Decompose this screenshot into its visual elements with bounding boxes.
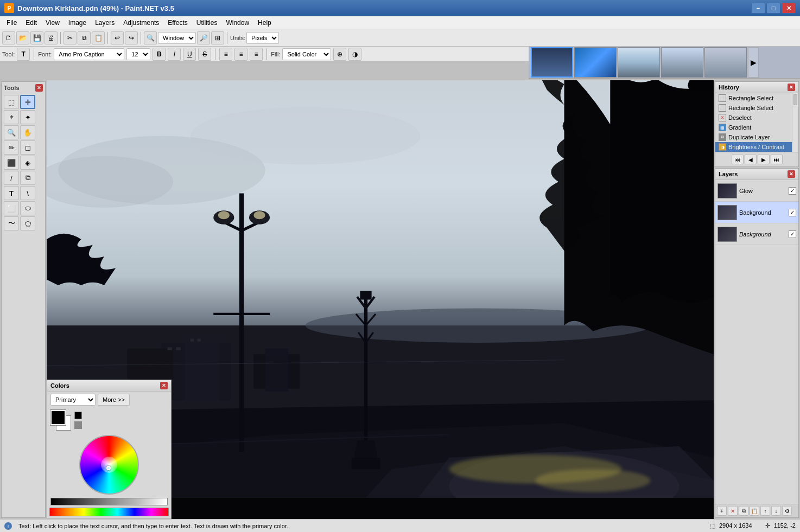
menu-effects[interactable]: Effects [163, 18, 192, 28]
menu-help[interactable]: Help [253, 18, 276, 28]
layer-item-base[interactable]: Background ✓ [715, 223, 798, 245]
layer-visible-glow[interactable]: ✓ [789, 187, 796, 195]
layer-item-glow[interactable]: Glow ✓ [715, 180, 798, 202]
tb-new[interactable]: 🗋 [2, 31, 15, 44]
color-palette-bar[interactable] [49, 508, 169, 516]
close-button[interactable]: ✕ [782, 3, 796, 14]
italic-btn[interactable]: I [168, 48, 181, 61]
tb-zoom-out[interactable]: 🔍 [144, 31, 157, 44]
layer-properties-btn[interactable]: ⚙ [782, 506, 792, 516]
tb-redo[interactable]: ↪ [125, 31, 138, 44]
history-next-btn[interactable]: ▶ [758, 155, 770, 164]
history-item-4[interactable]: ▦ Gradient [715, 123, 792, 132]
tb-copy[interactable]: ⧉ [78, 31, 91, 44]
window-select[interactable]: Window [158, 32, 196, 44]
layer-duplicate-btn[interactable]: ⧉ [739, 506, 748, 516]
tb-zoom-in[interactable]: 🔎 [197, 31, 210, 44]
font-select[interactable]: Arno Pro Caption [54, 48, 124, 60]
layer-visible-bg[interactable]: ✓ [789, 209, 796, 216]
colors-panel-close[interactable]: ✕ [160, 382, 168, 389]
layer-merge-btn[interactable]: 📋 [750, 506, 759, 516]
tool-lasso[interactable]: ⌖ [4, 110, 19, 124]
menu-window[interactable]: Window [221, 18, 253, 28]
opacity-btn[interactable]: ◑ [348, 48, 361, 61]
tool-pencil[interactable]: ✏ [4, 140, 19, 155]
menu-edit[interactable]: Edit [21, 18, 41, 28]
thumbnail-3[interactable] [618, 47, 660, 78]
menu-image[interactable]: Image [64, 18, 91, 28]
history-first-btn[interactable]: ⏮ [732, 155, 744, 164]
tb-undo[interactable]: ↩ [111, 31, 124, 44]
tool-freeform[interactable]: 〜 [4, 216, 19, 230]
history-item-3[interactable]: ✕ Deselect [715, 113, 792, 123]
tools-panel-close[interactable]: ✕ [35, 84, 43, 92]
tb-print[interactable]: 🖨 [45, 31, 58, 44]
primary-color-mini[interactable] [74, 412, 82, 419]
tool-brush[interactable]: / [4, 171, 19, 185]
brightness-gradient-bar[interactable] [50, 498, 168, 505]
tool-text[interactable]: T [4, 186, 19, 200]
units-select[interactable]: Pixels [246, 32, 279, 44]
align-right-btn[interactable]: ≡ [250, 48, 263, 61]
menu-adjustments[interactable]: Adjustments [119, 18, 163, 28]
secondary-color-mini[interactable] [74, 421, 82, 429]
tool-poly[interactable]: ⬠ [20, 216, 35, 230]
colors-mode-select[interactable]: Primary Secondary [50, 394, 96, 406]
tb-open[interactable]: 📂 [16, 31, 29, 44]
current-tool-btn[interactable]: T [17, 48, 30, 61]
tool-line[interactable]: \ [20, 186, 35, 200]
color-wheel[interactable] [79, 435, 139, 495]
align-left-btn[interactable]: ≡ [219, 48, 232, 61]
tb-save[interactable]: 💾 [30, 31, 43, 44]
tool-zoom[interactable]: 🔍 [4, 125, 19, 139]
history-item-5[interactable]: ⧉ Duplicate Layer [715, 132, 792, 142]
layer-item-bg[interactable]: Background ✓ [715, 202, 798, 223]
layer-up-btn[interactable]: ↑ [760, 506, 770, 516]
underline-btn[interactable]: U [183, 48, 196, 61]
menu-layers[interactable]: Layers [91, 18, 119, 28]
layer-delete-btn[interactable]: ✕ [728, 506, 738, 516]
fill-select[interactable]: Solid Color [282, 48, 331, 60]
strikethrough-btn[interactable]: S [198, 48, 211, 61]
tool-color-pick[interactable]: ◈ [20, 156, 35, 170]
layer-down-btn[interactable]: ↓ [771, 506, 781, 516]
history-last-btn[interactable]: ⏭ [771, 155, 783, 164]
blend-mode-btn[interactable]: ⊕ [333, 48, 346, 61]
restore-button[interactable]: □ [766, 3, 780, 14]
layer-add-btn[interactable]: + [717, 506, 727, 516]
font-size-select[interactable]: 12 [126, 48, 150, 60]
tb-paste[interactable]: 📋 [92, 31, 105, 44]
colors-more-button[interactable]: More >> [98, 394, 130, 406]
tool-move[interactable]: ✛ [20, 95, 35, 109]
menu-view[interactable]: View [41, 18, 64, 28]
strip-scroll-arrow[interactable]: ▶ [748, 47, 759, 78]
thumbnail-2[interactable] [574, 47, 617, 78]
tool-magic-wand[interactable]: ✦ [20, 110, 35, 124]
thumbnail-4[interactable] [661, 47, 703, 78]
bold-btn[interactable]: B [153, 48, 166, 61]
history-item-2[interactable]: ⬚ Rectangle Select [715, 103, 792, 113]
tool-pan[interactable]: ✋ [20, 125, 35, 139]
tool-clone-stamp[interactable]: ⧉ [20, 171, 35, 185]
tool-fill[interactable]: ⬛ [4, 156, 19, 170]
minimize-button[interactable]: − [751, 3, 765, 14]
align-center-btn[interactable]: ≡ [234, 48, 247, 61]
history-scrollbar[interactable] [792, 93, 798, 152]
tool-ellipse[interactable]: ⬭ [20, 201, 35, 215]
tool-rect-select[interactable]: ⬚ [4, 95, 19, 109]
tb-grid[interactable]: ⊞ [211, 31, 224, 44]
thumbnail-1[interactable] [531, 47, 573, 78]
menu-utilities[interactable]: Utilities [192, 18, 222, 28]
tb-cut[interactable]: ✂ [64, 31, 77, 44]
layers-panel-close[interactable]: ✕ [788, 170, 795, 178]
thumbnail-5[interactable] [704, 47, 747, 78]
tool-shapes[interactable]: ⬜ [4, 201, 19, 215]
history-item-6[interactable]: ◑ Brightness / Contrast [715, 142, 792, 152]
layer-visible-base[interactable]: ✓ [789, 230, 796, 238]
history-panel-close[interactable]: ✕ [788, 84, 795, 91]
foreground-color-swatch[interactable] [50, 410, 66, 425]
history-item-1[interactable]: ⬚ Rectangle Select [715, 93, 792, 103]
tool-eraser[interactable]: ◻ [20, 140, 35, 155]
menu-file[interactable]: File [2, 18, 21, 28]
history-prev-btn[interactable]: ◀ [745, 155, 757, 164]
